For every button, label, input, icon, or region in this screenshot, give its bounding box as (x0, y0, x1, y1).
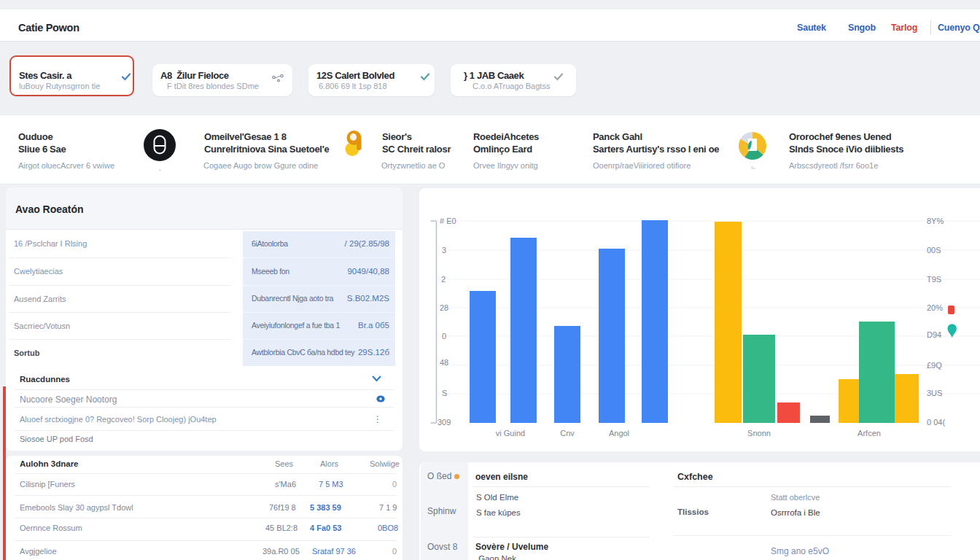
svg-text:28: 28 (440, 303, 448, 312)
svg-text:S: S (442, 389, 447, 397)
svg-text:309: 309 (438, 418, 451, 427)
svg-text:Arfcen: Arfcen (858, 429, 881, 438)
svg-text:Cnv: Cnv (560, 429, 575, 438)
svg-text:D94: D94 (927, 330, 941, 339)
svg-text:Angol: Angol (609, 429, 629, 438)
svg-text:Snonn: Snonn (747, 429, 771, 438)
svg-text:# E0: # E0 (440, 217, 456, 225)
svg-text:8Y%: 8Y% (927, 217, 944, 225)
svg-text:0 04(: 0 04( (927, 418, 945, 427)
svg-text:00S: 00S (927, 246, 941, 254)
svg-text:£9Q: £9Q (927, 361, 942, 370)
svg-text:3: 3 (442, 246, 446, 254)
svg-text:48: 48 (440, 358, 448, 367)
svg-text:vi Guind: vi Guind (496, 429, 525, 438)
svg-text:3US: 3US (927, 389, 942, 397)
svg-text:20%: 20% (927, 303, 943, 312)
svg-text:0: 0 (442, 332, 446, 341)
svg-text:2: 2 (441, 275, 446, 284)
svg-text:T9S: T9S (927, 275, 941, 284)
